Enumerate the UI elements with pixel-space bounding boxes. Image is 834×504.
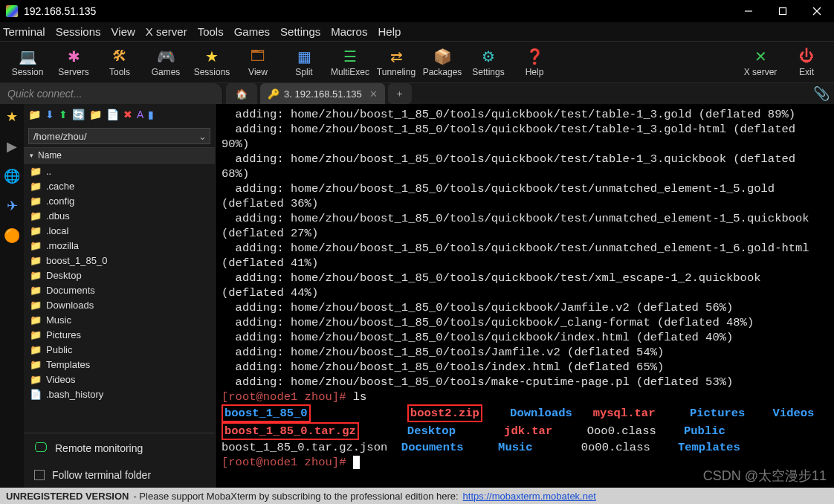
monitor-icon: 🖵 — [34, 440, 48, 456]
folder-icon: 📁 — [30, 196, 42, 207]
file-name: Desktop — [46, 270, 82, 281]
file-row[interactable]: 📁.. — [24, 164, 215, 178]
file-row[interactable]: 📁Documents — [24, 282, 215, 297]
newfile-icon[interactable]: 📄 — [106, 109, 119, 120]
dock-icon-2[interactable]: 🌐 — [4, 168, 20, 184]
menu-settings[interactable]: Settings — [280, 25, 320, 38]
folder-icon: 📁 — [30, 300, 42, 311]
checkbox-icon[interactable] — [34, 470, 45, 480]
toolbar-games[interactable]: 🎮Games — [143, 48, 189, 77]
follow-terminal-row[interactable]: Follow terminal folder — [24, 462, 215, 488]
delete-icon[interactable]: ✖ — [123, 109, 132, 120]
dock-icon-0[interactable]: ★ — [6, 109, 18, 125]
download-icon[interactable]: ⬇ — [45, 109, 54, 120]
toolbar-tools[interactable]: 🛠Tools — [97, 48, 143, 77]
toolbar-view[interactable]: 🗔View — [235, 48, 281, 77]
status-link[interactable]: https://mobaxterm.mobatek.net — [463, 491, 596, 502]
toolbar-split[interactable]: ▦Split — [281, 48, 327, 77]
file-row[interactable]: 📁Videos — [24, 372, 215, 387]
toolbar-label: Exit — [799, 67, 814, 77]
dock-icon-4[interactable]: 🟠 — [4, 227, 20, 244]
toolbar-exit[interactable]: ⏻Exit — [783, 48, 830, 77]
folder-icon[interactable]: 📁 — [28, 109, 41, 120]
menu-games[interactable]: Games — [234, 25, 270, 38]
toggle-icon[interactable]: ▮ — [148, 109, 154, 120]
file-row[interactable]: 📁.dbus — [24, 208, 215, 223]
settings-icon: ⚙ — [482, 48, 495, 65]
file-row[interactable]: 📁.mozilla — [24, 238, 215, 253]
dock-icon-3[interactable]: ✈ — [7, 198, 18, 214]
svg-rect-1 — [780, 8, 786, 15]
menu-help[interactable]: Help — [378, 25, 401, 38]
file-row[interactable]: 📁Music — [24, 312, 215, 327]
paperclip-icon[interactable]: 📎 — [809, 83, 834, 104]
quick-connect-input[interactable]: Quick connect... — [0, 83, 223, 104]
file-row[interactable]: 📁Templates — [24, 357, 215, 372]
toolbar-settings[interactable]: ⚙Settings — [465, 48, 511, 77]
tab-session[interactable]: 🔑 3. 192.168.51.135 ✕ — [260, 83, 385, 104]
main-area: ★▶🌐✈🟠 📁⬇⬆🔄📁📄✖A▮ /home/zhou/ ⌄ ▾ Name 📁..… — [0, 104, 834, 488]
tab-home[interactable]: 🏠 — [226, 83, 257, 104]
path-text: /home/zhou/ — [33, 131, 87, 142]
toolbar-help[interactable]: ❓Help — [511, 48, 557, 77]
close-icon[interactable]: ✕ — [369, 88, 378, 100]
toolbar-label: Help — [526, 67, 544, 77]
newfolder-icon[interactable]: 📁 — [89, 109, 102, 120]
tunneling-icon: ⇄ — [390, 48, 403, 65]
toolbar-session[interactable]: 💻Session — [4, 48, 51, 77]
menu-view[interactable]: View — [111, 25, 135, 38]
toolbar-label: Games — [152, 67, 181, 77]
file-name: .dbus — [46, 210, 70, 222]
folder-icon: 📁 — [30, 255, 42, 266]
dock-icon-1[interactable]: ▶ — [7, 138, 17, 155]
toolbar-servers[interactable]: ✱Servers — [51, 48, 97, 77]
upload-icon[interactable]: ⬆ — [59, 109, 68, 120]
minimize-button[interactable] — [731, 0, 766, 22]
folder-icon: 📁 — [30, 166, 42, 177]
file-ops-toolbar: 📁⬇⬆🔄📁📄✖A▮ — [24, 104, 215, 125]
file-row[interactable]: 📁.config — [24, 193, 215, 208]
statusbar: UNREGISTERED VERSION - Please support Mo… — [0, 488, 834, 504]
file-row[interactable]: 📄.bash_history — [24, 387, 215, 401]
file-row[interactable]: 📁Desktop — [24, 268, 215, 282]
file-row[interactable]: 📁Public — [24, 342, 215, 357]
refresh-icon[interactable]: 🔄 — [72, 109, 85, 120]
file-row[interactable]: 📁.cache — [24, 178, 215, 193]
toolbar-label: Sessions — [194, 67, 230, 77]
titlebar: 192.168.51.135 — [0, 0, 834, 22]
follow-terminal-label: Follow terminal folder — [52, 469, 151, 481]
menu-sessions[interactable]: Sessions — [56, 25, 101, 38]
tools-icon: 🛠 — [112, 48, 127, 65]
properties-icon[interactable]: A — [137, 109, 143, 120]
menu-tools[interactable]: Tools — [198, 25, 224, 38]
toolbar-x-server[interactable]: ✕X server — [737, 48, 783, 77]
new-tab-button[interactable]: ＋ — [388, 83, 412, 104]
chevron-down-icon[interactable]: ⌄ — [198, 131, 207, 142]
help-icon: ❓ — [526, 48, 544, 65]
menu-x-server[interactable]: X server — [146, 25, 187, 38]
toolbar-sessions[interactable]: ★Sessions — [189, 48, 235, 77]
toolbar-tunneling[interactable]: ⇄Tunneling — [373, 48, 419, 77]
file-row[interactable]: 📁.local — [24, 223, 215, 238]
toolbar-multiexec[interactable]: ☰MultiExec — [327, 48, 373, 77]
menu-macros[interactable]: Macros — [331, 25, 367, 38]
close-button[interactable] — [800, 0, 834, 22]
folder-icon: 📁 — [30, 344, 42, 355]
toolbar-packages[interactable]: 📦Packages — [419, 48, 465, 77]
file-row[interactable]: 📁Downloads — [24, 297, 215, 312]
file-row[interactable]: 📁boost_1_85_0 — [24, 253, 215, 268]
file-name: Videos — [46, 374, 76, 385]
terminal[interactable]: adding: home/zhou/boost_1_85_0/tools/qui… — [216, 104, 834, 488]
menu-terminal[interactable]: Terminal — [3, 25, 45, 38]
maximize-button[interactable] — [766, 0, 800, 22]
split-icon: ▦ — [297, 48, 311, 65]
folder-icon: 📁 — [30, 225, 42, 236]
file-row[interactable]: 📁Pictures — [24, 327, 215, 342]
name-column-header[interactable]: ▾ Name — [24, 147, 215, 164]
toolbar-label: Split — [295, 67, 312, 77]
folder-icon: 📁 — [30, 314, 42, 326]
remote-monitoring-button[interactable]: 🖵 Remote monitoring — [24, 433, 215, 462]
path-input[interactable]: /home/zhou/ ⌄ — [28, 128, 210, 144]
file-list[interactable]: 📁..📁.cache📁.config📁.dbus📁.local📁.mozilla… — [24, 164, 215, 433]
file-name: .config — [46, 196, 74, 207]
